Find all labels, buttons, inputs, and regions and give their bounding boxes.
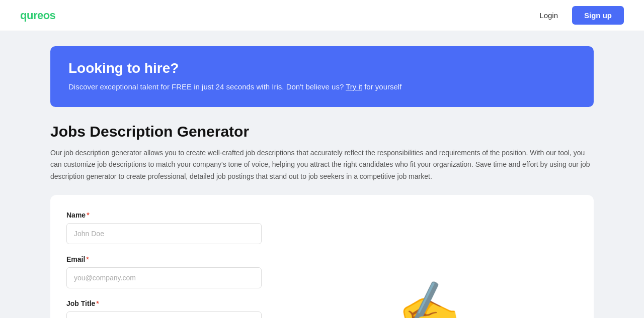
- section-description: Our job description generator allows you…: [50, 147, 594, 183]
- banner-subtitle: Discover exceptional talent for FREE in …: [68, 81, 576, 93]
- job-title-required-star: *: [96, 299, 99, 307]
- name-required-star: *: [87, 211, 89, 219]
- banner-try-it-link[interactable]: Try it: [346, 82, 362, 91]
- name-form-group: Name*: [66, 211, 262, 244]
- form-right-panel: ✍️: [278, 211, 578, 318]
- promo-banner: Looking to hire? Discover exceptional ta…: [50, 46, 594, 107]
- job-title-input[interactable]: [66, 311, 262, 318]
- header-nav: Login Sign up: [533, 6, 624, 25]
- signup-button[interactable]: Sign up: [572, 6, 624, 25]
- writing-hand-emoji: ✍️: [391, 275, 464, 318]
- email-required-star: *: [86, 255, 89, 263]
- banner-subtitle-post: for yourself: [364, 82, 401, 91]
- form-left-panel: Name* Email* Job Title*: [66, 211, 278, 318]
- banner-subtitle-text: Discover exceptional talent for FREE in …: [68, 82, 344, 91]
- name-input[interactable]: [66, 223, 262, 244]
- main-content: Looking to hire? Discover exceptional ta…: [30, 31, 614, 318]
- job-title-form-group: Job Title*: [66, 299, 262, 318]
- email-form-group: Email*: [66, 255, 262, 288]
- email-input[interactable]: [66, 267, 262, 288]
- logo: qureos: [20, 9, 55, 22]
- banner-title: Looking to hire?: [68, 60, 576, 76]
- name-label: Name*: [66, 211, 262, 219]
- email-label: Email*: [66, 255, 262, 263]
- section-title: Jobs Description Generator: [50, 123, 594, 140]
- form-area: Name* Email* Job Title*: [50, 195, 594, 318]
- job-title-label: Job Title*: [66, 299, 262, 307]
- header: qureos Login Sign up: [0, 0, 644, 31]
- logo-text: qureos: [20, 9, 55, 22]
- login-button[interactable]: Login: [533, 7, 564, 24]
